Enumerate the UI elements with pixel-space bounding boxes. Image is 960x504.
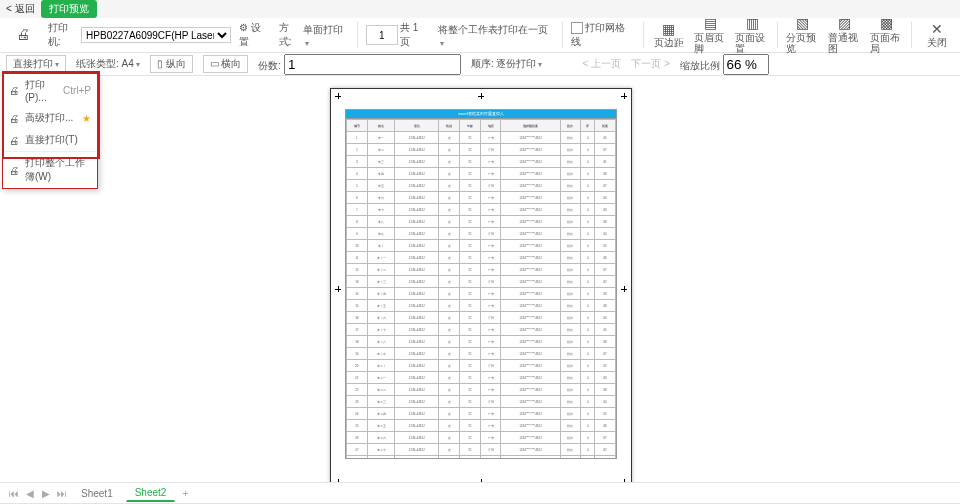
table-cell: 4 — [581, 456, 595, 460]
table-cell: 广东 — [480, 264, 501, 276]
sheet-nav-next[interactable]: ▶ — [40, 488, 52, 499]
table-cell: 1234-44812 — [395, 444, 439, 456]
print-button[interactable]: 🖨 — [6, 27, 40, 42]
table-cell: 江西 — [480, 276, 501, 288]
gridline-toggle[interactable]: 打印网格线 — [571, 21, 635, 49]
pagebreak-button[interactable]: ▧分页预览 — [786, 16, 820, 53]
table-cell: 女 — [439, 348, 460, 360]
preview-canvas[interactable]: excel表格某列可重复值人 编号姓名座位性别年龄地区选择题答案批次序答案 1李… — [0, 76, 960, 482]
table-cell: 22 — [459, 180, 480, 192]
next-page-button[interactable]: 下一页 > — [631, 57, 670, 71]
sheet-tab-1[interactable]: Sheet1 — [72, 485, 122, 502]
table-row: 27李二七1234-44812女22江西1234********4812批次46… — [347, 444, 616, 456]
shortcut-label: Ctrl+P — [63, 85, 91, 96]
menu-print-workbook[interactable]: 🖨打印整个工作簿(W) — [3, 152, 97, 188]
table-cell: 女 — [439, 324, 460, 336]
landscape-button[interactable]: ▭ 横向 — [203, 55, 249, 73]
table-cell: 女 — [439, 144, 460, 156]
table-cell: 4 — [581, 360, 595, 372]
table-cell: 批次 — [560, 204, 581, 216]
shrink-select[interactable]: 将整个工作表打印在一页 — [438, 23, 553, 48]
back-button[interactable]: < 返回 — [6, 2, 35, 16]
table-row: 18李十八1234-44812女22广东1234********4812批次46… — [347, 336, 616, 348]
table-cell: 22 — [459, 204, 480, 216]
sheet-nav-first[interactable]: ⏮ — [8, 488, 20, 499]
settings-link[interactable]: ⚙ 设置 — [239, 21, 271, 49]
menu-direct-print[interactable]: 🖨直接打印(T) — [3, 129, 97, 151]
print-dropdown-menu: 🖨打印(P)...Ctrl+P 🖨高级打印...★ 🖨直接打印(T) 🖨打印整个… — [2, 73, 98, 189]
mode-select[interactable]: 单面打印 — [303, 23, 349, 48]
prev-page-button[interactable]: < 上一页 — [582, 57, 621, 71]
table-cell: 1234-44812 — [395, 228, 439, 240]
tab-print-preview[interactable]: 打印预览 — [41, 0, 97, 18]
table-cell: 广东 — [480, 324, 501, 336]
direct-print-dropdown[interactable]: 直接打印 — [6, 55, 66, 73]
table-cell: 批次 — [560, 396, 581, 408]
copies-input[interactable] — [284, 54, 461, 75]
headerfooter-button[interactable]: ▤页眉页脚 — [694, 16, 728, 53]
table-row: 17李十七1234-44812女22广东1234********4812批次46… — [347, 324, 616, 336]
table-row: 9李九1234-44812女22江西1234********4812批次464 — [347, 228, 616, 240]
sheet-nav-last[interactable]: ⏭ — [56, 488, 68, 499]
table-cell: 李八 — [367, 216, 395, 228]
table-cell: 63 — [595, 288, 616, 300]
menu-advanced-print[interactable]: 🖨高级打印...★ — [3, 107, 97, 129]
table-header: 年龄 — [459, 120, 480, 132]
crop-mark — [335, 286, 341, 292]
table-cell: 1234-44812 — [395, 252, 439, 264]
table-header: 姓名 — [367, 120, 395, 132]
order-select[interactable]: 逐份打印 — [496, 58, 542, 69]
table-cell: 1234-44812 — [395, 408, 439, 420]
table-cell: 67 — [595, 264, 616, 276]
table-cell: 1234-44812 — [395, 420, 439, 432]
table-cell: 1234********4812 — [501, 444, 560, 456]
table-row: 5李五1234-44812女22江西1234********4812批次467 — [347, 180, 616, 192]
table-row: 10李十1234-44812女22广东1234********4812批次465 — [347, 240, 616, 252]
table-cell: 22 — [459, 300, 480, 312]
table-cell: 2 — [347, 144, 368, 156]
normalview-button[interactable]: ▨普通视图 — [828, 16, 862, 53]
sheet-add-button[interactable]: + — [179, 488, 191, 499]
table-cell: 12 — [347, 264, 368, 276]
table-cell: 64 — [595, 312, 616, 324]
table-cell: 女 — [439, 264, 460, 276]
table-header: 性别 — [439, 120, 460, 132]
table-cell: 女 — [439, 288, 460, 300]
close-button[interactable]: ✕关闭 — [920, 22, 954, 48]
sheet-tab-2[interactable]: Sheet2 — [126, 484, 176, 502]
table-cell: 1234-44812 — [395, 372, 439, 384]
page-from-input[interactable] — [366, 25, 398, 45]
table-cell: 1234-44812 — [395, 324, 439, 336]
table-cell: 江西 — [480, 396, 501, 408]
table-cell: 1234********4812 — [501, 192, 560, 204]
sheet-nav-prev[interactable]: ◀ — [24, 488, 36, 499]
separator — [562, 22, 563, 48]
table-cell: 17 — [347, 324, 368, 336]
portrait-button[interactable]: ▯ 纵向 — [150, 55, 193, 73]
table-cell: 女 — [439, 384, 460, 396]
table-cell: 批次 — [560, 432, 581, 444]
table-cell: 13 — [347, 276, 368, 288]
paper-select[interactable]: A4 — [122, 58, 140, 69]
table-cell: 广东 — [480, 372, 501, 384]
table-row: 14李十四1234-44812女22广东1234********4812批次46… — [347, 288, 616, 300]
table-cell: 1234-44812 — [395, 180, 439, 192]
table-row: 23李二三1234-44812女22江西1234********4812批次46… — [347, 396, 616, 408]
pagelayout-button[interactable]: ▩页面布局 — [870, 16, 904, 53]
table-cell: 4 — [581, 396, 595, 408]
table-cell: 批次 — [560, 384, 581, 396]
margins-button[interactable]: ▦页边距 — [652, 22, 686, 48]
menu-print[interactable]: 🖨打印(P)...Ctrl+P — [3, 74, 97, 107]
printer-select[interactable]: HPB0227A6099CF(HP Laser MFP 1) — [81, 27, 231, 43]
table-row: 24李二四1234-44812女22广东1234********4812批次46… — [347, 408, 616, 420]
table-cell: 22 — [459, 312, 480, 324]
pagesetup-button[interactable]: ▥页面设置 — [735, 16, 769, 53]
printer-icon: 🖨 — [9, 113, 19, 124]
printer-label: 打印机: — [48, 21, 79, 49]
table-cell: 63 — [595, 456, 616, 460]
table-cell: 1234********4812 — [501, 396, 560, 408]
zoom-input[interactable] — [723, 54, 769, 75]
doc-title: excel表格某列可重复值人 — [346, 110, 616, 119]
table-cell: 4 — [581, 432, 595, 444]
table-cell: 4 — [581, 216, 595, 228]
